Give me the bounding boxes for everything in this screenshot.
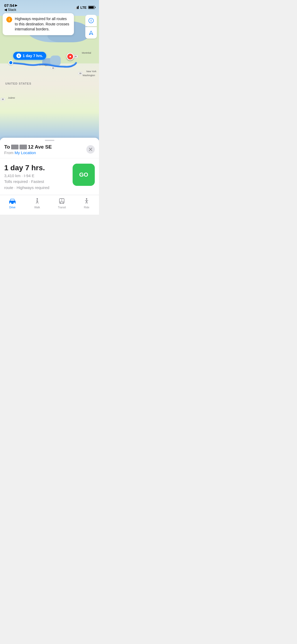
route-meta: 3,410 km · I-94 E Tolls required · Faste… xyxy=(4,173,68,191)
redacted-1 xyxy=(11,145,18,149)
walk-icon xyxy=(34,198,41,205)
start-pin xyxy=(8,60,13,65)
status-left: 07:54 ▶ ◀ Slack xyxy=(4,3,17,12)
warning-banner: ! Highways required for all routes to th… xyxy=(3,13,74,35)
ride-icon xyxy=(83,198,90,205)
route-info: 1 day 7 hrs. 3,410 km · I-94 E Tolls req… xyxy=(0,158,99,195)
tab-transit[interactable]: Transit xyxy=(50,197,74,209)
toll-icon: $ xyxy=(16,53,21,58)
map-duration-bubble: $ 1 day 7 hrs. xyxy=(13,52,46,60)
status-time: 07:54 ▶ xyxy=(4,3,17,8)
location-arrow-icon xyxy=(88,30,94,36)
destination-info: To 12 Ave SE From My Location xyxy=(4,144,86,155)
location-button[interactable] xyxy=(85,27,97,39)
route-meta-1: 3,410 km · I-94 E xyxy=(4,173,34,178)
destination-title: To 12 Ave SE xyxy=(4,144,86,150)
svg-point-15 xyxy=(86,198,87,200)
destination-row: To 12 Ave SE From My Location xyxy=(0,141,99,158)
signal-icon xyxy=(75,6,79,9)
from-location[interactable]: My Location xyxy=(15,150,36,155)
route-details: 1 day 7 hrs. 3,410 km · I-94 E Tolls req… xyxy=(4,164,68,191)
status-bar: 07:54 ▶ ◀ Slack LTE xyxy=(0,0,99,12)
info-icon: i xyxy=(88,18,94,24)
transit-icon xyxy=(58,198,65,205)
tab-bar: Drive Walk xyxy=(0,195,99,215)
back-label: ◀ Slack xyxy=(4,8,16,12)
from-text: From My Location xyxy=(4,150,86,155)
route-time: 1 day 7 hrs. xyxy=(4,164,68,172)
to-prefix: To xyxy=(4,144,10,150)
ride-label: Ride xyxy=(84,206,89,209)
from-label: From xyxy=(4,150,13,155)
tab-ride[interactable]: Ride xyxy=(74,197,99,209)
svg-point-6 xyxy=(13,203,15,204)
map-duration-text: 1 day 7 hrs. xyxy=(23,54,43,58)
drive-icon xyxy=(9,198,16,205)
map-buttons: i xyxy=(85,15,97,39)
back-button[interactable]: ◀ Slack xyxy=(4,8,17,12)
info-button[interactable]: i xyxy=(85,15,97,26)
route-meta-3: route · Highways required xyxy=(4,185,49,190)
tab-drive[interactable]: Drive xyxy=(0,197,25,209)
redacted-2 xyxy=(20,145,27,149)
warning-text: Highways required for all routes to this… xyxy=(15,16,70,32)
transit-label: Transit xyxy=(58,206,66,209)
walk-label: Walk xyxy=(34,206,40,209)
lte-label: LTE xyxy=(80,6,87,10)
destination-address: 12 Ave SE xyxy=(28,144,52,150)
warning-icon: ! xyxy=(6,17,12,22)
tab-walk[interactable]: Walk xyxy=(25,197,50,209)
route-meta-2: Tolls required · Fastest xyxy=(4,179,44,184)
close-button[interactable] xyxy=(86,145,95,154)
svg-point-7 xyxy=(36,198,38,200)
go-button[interactable]: GO xyxy=(73,164,95,186)
map[interactable]: CANADA UNITED STATES Chicago Montréal Ne… xyxy=(0,0,99,140)
svg-text:i: i xyxy=(91,19,91,22)
location-arrow-icon: ▶ xyxy=(15,4,17,7)
time-display: 07:54 xyxy=(4,3,14,8)
svg-point-5 xyxy=(10,203,11,204)
status-right: LTE xyxy=(75,6,95,10)
battery-icon xyxy=(88,6,95,9)
close-icon xyxy=(89,148,92,151)
end-pin xyxy=(67,53,74,62)
drive-label: Drive xyxy=(9,206,15,209)
bottom-sheet: To 12 Ave SE From My Location 1 day 7 hr… xyxy=(0,138,99,215)
